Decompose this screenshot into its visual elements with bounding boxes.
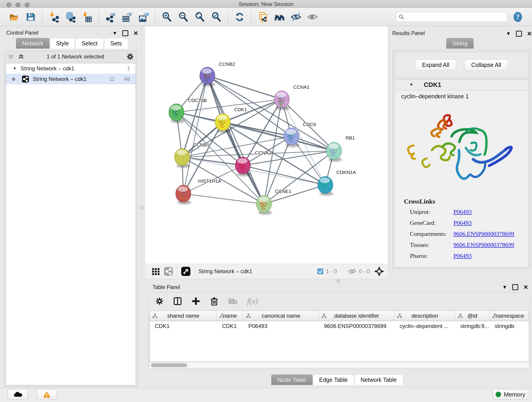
add-column-icon[interactable] xyxy=(191,297,201,306)
float-menu-icon[interactable]: ▼ xyxy=(112,31,117,36)
table-options-gear-icon[interactable] xyxy=(155,297,164,306)
delete-table-icon[interactable] xyxy=(228,297,238,306)
network-node-cdc25b[interactable]: CDC25B xyxy=(169,98,207,123)
network-edge xyxy=(264,185,325,204)
tree-expand-icon[interactable]: ▼ xyxy=(13,66,17,70)
float-menu-icon[interactable]: ▼ xyxy=(502,285,507,290)
tab-sets[interactable]: Sets xyxy=(104,38,128,49)
export-table-icon[interactable] xyxy=(121,12,133,22)
network-share-icon[interactable] xyxy=(164,267,173,276)
float-menu-icon[interactable]: ▼ xyxy=(506,31,511,36)
right-splitter[interactable] xyxy=(389,26,389,269)
table-cell[interactable]: CDK1 xyxy=(150,321,217,331)
graphics-details-icon[interactable] xyxy=(307,12,318,22)
help-icon[interactable]: ? xyxy=(512,12,523,22)
column-header-database-identifier[interactable]: database identifier xyxy=(319,311,394,321)
table-cell[interactable]: CDK1 xyxy=(217,321,243,331)
float-window-icon[interactable] xyxy=(512,284,518,290)
table-cell[interactable]: stringdb xyxy=(490,321,529,331)
show-columns-icon[interactable] xyxy=(173,297,182,306)
table-cell[interactable]: cyclin–dependent ... xyxy=(394,321,455,331)
network-node-ccna1[interactable]: CCNA1 xyxy=(274,84,310,110)
hide-show-icon[interactable] xyxy=(291,12,302,22)
close-panel-icon[interactable]: ✕ xyxy=(133,30,138,36)
expand-all-icon[interactable] xyxy=(18,53,25,60)
left-splitter-handle[interactable] xyxy=(140,206,144,210)
hidden-eye-icon[interactable] xyxy=(348,267,356,276)
network-edge xyxy=(243,166,325,185)
expand-all-button[interactable]: Expand All xyxy=(415,59,456,70)
import-table-icon[interactable] xyxy=(82,12,93,22)
bottom-splitter-handle[interactable] xyxy=(336,279,340,283)
function-builder-icon[interactable]: f(x) xyxy=(247,297,258,306)
table-cell[interactable]: 9606.ENSP00000378699 xyxy=(319,321,394,331)
column-header-namespace[interactable]: namespace xyxy=(490,311,529,321)
table-cell[interactable]: P06493 xyxy=(243,321,319,331)
export-network-icon[interactable] xyxy=(105,12,116,22)
column-header-description[interactable]: description xyxy=(394,311,455,321)
refresh-layout-icon[interactable] xyxy=(234,12,245,22)
network-node-rb1[interactable]: RB1 xyxy=(326,135,355,162)
network-graph[interactable]: CCNB2CCNA1CDC25BCDK1CDC6RB1CCNB1CCNA2CDK… xyxy=(145,26,388,264)
import-network-file-icon[interactable] xyxy=(49,12,60,22)
horizontal-scrollbar[interactable] xyxy=(150,362,529,368)
crosslink-link[interactable]: P06493 xyxy=(453,253,472,259)
tab-edge-table[interactable]: Edge Table xyxy=(313,375,354,385)
cloud-status-button[interactable] xyxy=(8,389,28,400)
open-file-icon[interactable] xyxy=(9,12,20,22)
string-home-icon[interactable] xyxy=(274,12,285,22)
memory-status-dot xyxy=(496,392,501,397)
float-window-icon[interactable] xyxy=(516,31,522,37)
float-window-icon[interactable] xyxy=(122,30,128,36)
network-canvas[interactable]: CCNB2CCNA1CDC25BCDK1CDC6RB1CCNB1CCNA2CDK… xyxy=(145,26,388,264)
pan-crosshair-icon[interactable] xyxy=(374,266,385,277)
crosslink-link[interactable]: 9606.ENSP00000378699 xyxy=(453,242,514,249)
search-field[interactable] xyxy=(396,12,507,22)
search-input[interactable] xyxy=(404,14,505,20)
import-network-database-icon[interactable] xyxy=(65,12,76,22)
close-panel-icon[interactable]: ✕ xyxy=(527,31,532,37)
crosslink-row: Compartments:9606.ENSP00000378699 xyxy=(395,229,529,240)
column-header-canonical-name[interactable]: canonical name xyxy=(243,311,319,321)
warnings-button[interactable] xyxy=(37,389,57,400)
network-row[interactable]: String Network – cdk1 11 48 xyxy=(6,74,136,84)
zoom-out-icon[interactable] xyxy=(178,12,189,22)
zoom-in-icon[interactable] xyxy=(161,12,172,22)
current-network-title: String Network – cdk1 xyxy=(198,268,252,274)
memory-button[interactable]: Memory xyxy=(493,389,528,400)
table-cell[interactable]: stringdb:9... xyxy=(455,321,490,331)
entry-collapse-icon[interactable]: ▼ xyxy=(409,83,413,87)
zoom-selected-icon[interactable] xyxy=(211,12,222,22)
network-node-ccne1[interactable]: CCNE1 xyxy=(256,189,291,215)
crosslink-link[interactable]: 9606.ENSP00000378699 xyxy=(453,230,514,237)
tab-select[interactable]: Select xyxy=(75,38,104,49)
crosslink-link[interactable]: P06493 xyxy=(453,209,472,216)
left-splitter[interactable] xyxy=(141,26,142,279)
save-session-icon[interactable] xyxy=(25,12,36,22)
close-panel-icon[interactable]: ✕ xyxy=(523,284,528,290)
column-header--id[interactable]: @id xyxy=(455,311,490,321)
result-entry-header[interactable]: ▼ CDK1 xyxy=(395,80,529,90)
scrollbar-thumb[interactable] xyxy=(151,363,187,367)
network-collection-row[interactable]: ▼ String Network – cdk1 1 xyxy=(6,63,136,74)
column-header-name[interactable]: name xyxy=(217,311,243,321)
table-row[interactable]: CDK1CDK1P064939606.ENSP00000378699cyclin… xyxy=(150,321,529,331)
crosslink-link[interactable]: P06493 xyxy=(453,220,472,226)
delete-column-icon[interactable] xyxy=(210,297,219,306)
clone-network-icon[interactable] xyxy=(258,12,268,22)
export-image-icon[interactable] xyxy=(138,12,149,22)
tab-node-table[interactable]: Node Table xyxy=(271,375,312,385)
zoom-fit-icon[interactable] xyxy=(194,12,205,22)
network-node-cdkn1a[interactable]: CDKN1A xyxy=(318,170,356,196)
grid-view-icon[interactable] xyxy=(151,267,160,276)
tab-style[interactable]: Style xyxy=(50,38,75,49)
collapse-all-button[interactable]: Collapse All xyxy=(464,59,508,70)
column-header-shared-name[interactable]: shared name xyxy=(150,311,217,321)
tab-string[interactable]: String xyxy=(446,38,474,49)
collapse-all-icon[interactable] xyxy=(7,53,14,60)
birds-eye-view-icon[interactable] xyxy=(181,266,191,276)
selected-checkbox-icon[interactable] xyxy=(317,268,324,275)
network-options-gear-icon[interactable] xyxy=(126,53,134,61)
tab-network[interactable]: Network xyxy=(16,38,50,49)
tab-network-table[interactable]: Network Table xyxy=(355,375,403,385)
